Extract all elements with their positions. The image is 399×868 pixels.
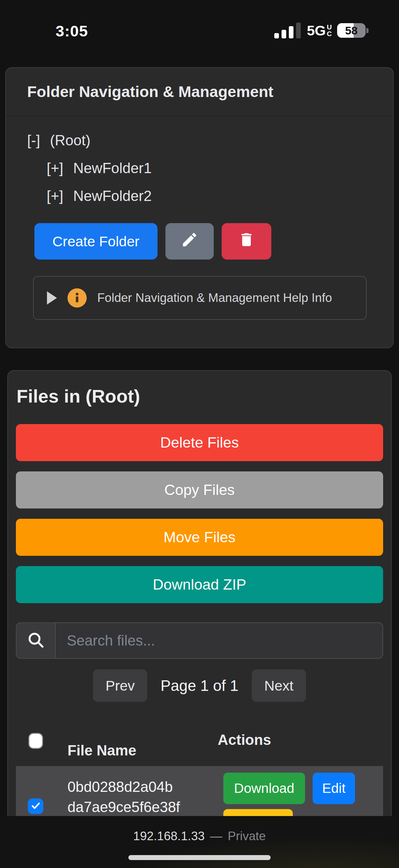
- trash-icon: [238, 231, 255, 252]
- network-uc-badge: UC: [327, 24, 332, 37]
- separator-dash: —: [210, 829, 222, 843]
- next-page-button[interactable]: Next: [252, 670, 306, 702]
- download-file-button[interactable]: Download: [223, 773, 305, 804]
- search-icon: [26, 630, 45, 651]
- triangle-right-icon[interactable]: [47, 291, 57, 305]
- iphone-screen: 3:05 5G UC 58 Folder Navigation & Manage…: [0, 0, 399, 868]
- search-input[interactable]: [55, 622, 383, 659]
- actions-column-header: Actions: [218, 732, 271, 748]
- search-addon: [16, 622, 55, 659]
- status-time: 3:05: [56, 22, 88, 40]
- files-card-title: Files in (Root): [16, 385, 383, 407]
- battery-cap: [366, 28, 369, 33]
- download-zip-button[interactable]: Download ZIP: [16, 566, 383, 603]
- status-indicators: 5G UC 58: [274, 22, 369, 39]
- private-mode-label: Private: [228, 829, 266, 843]
- address-bar[interactable]: 192.168.1.33 — Private: [0, 829, 399, 843]
- home-indicator[interactable]: [128, 855, 271, 860]
- tree-label[interactable]: (Root): [50, 132, 90, 149]
- create-folder-button[interactable]: Create Folder: [34, 223, 158, 259]
- copy-files-button[interactable]: Copy Files: [16, 471, 383, 508]
- page-indicator: Page 1 of 1: [161, 677, 238, 694]
- rename-folder-button[interactable]: [165, 223, 214, 259]
- file-name-cell: 0bd0288d2a04b da7ae9ce5f6e38f: [67, 777, 180, 817]
- delete-files-button[interactable]: Delete Files: [16, 424, 383, 461]
- network-type-label: 5G: [307, 23, 326, 39]
- browser-bottom-bar: 192.168.1.33 — Private: [0, 816, 399, 868]
- tree-item-newfolder1[interactable]: [+] NewFolder1: [47, 154, 372, 182]
- folder-help-disclosure[interactable]: Folder Navigation & Management Help Info: [33, 276, 367, 320]
- pencil-icon: [180, 231, 199, 252]
- pagination: Prev Page 1 of 1 Next: [16, 670, 383, 702]
- edit-file-button[interactable]: Edit: [313, 773, 355, 804]
- folder-navigation-card: Folder Navigation & Management [-] (Root…: [5, 67, 394, 348]
- tree-label[interactable]: NewFolder1: [73, 160, 152, 177]
- folder-action-buttons: Create Folder: [34, 223, 372, 259]
- cellular-signal-icon: [274, 23, 301, 38]
- files-card: Files in (Root) Delete Files Copy Files …: [7, 370, 392, 867]
- tree-toggle[interactable]: [+]: [47, 160, 63, 177]
- prev-page-button[interactable]: Prev: [93, 670, 147, 702]
- info-icon: [67, 288, 87, 308]
- delete-folder-button[interactable]: [222, 223, 271, 259]
- checkmark-icon: [30, 801, 41, 812]
- tree-item-newfolder2[interactable]: [+] NewFolder2: [47, 182, 372, 210]
- tree-toggle[interactable]: [+]: [47, 187, 63, 205]
- file-search: [16, 622, 383, 659]
- battery-icon: 58: [337, 23, 366, 38]
- move-files-button[interactable]: Move Files: [16, 519, 383, 556]
- folder-card-body: [-] (Root) [+] NewFolder1 [+] NewFolder2…: [6, 117, 393, 348]
- help-summary-text[interactable]: Folder Navigation & Management Help Info: [97, 291, 332, 305]
- battery-percent: 58: [337, 23, 366, 38]
- tree-label[interactable]: NewFolder2: [73, 187, 152, 205]
- tree-item-root[interactable]: [-] (Root): [27, 126, 372, 154]
- tree-toggle[interactable]: [-]: [27, 132, 40, 149]
- file-name-column-header: File Name: [67, 742, 136, 759]
- site-host: 192.168.1.33: [133, 829, 205, 843]
- row-checkbox-checked[interactable]: [28, 799, 43, 814]
- select-all-checkbox[interactable]: [29, 733, 43, 749]
- folder-card-title: Folder Navigation & Management: [6, 68, 393, 117]
- file-table-header: File Name Actions: [16, 730, 383, 762]
